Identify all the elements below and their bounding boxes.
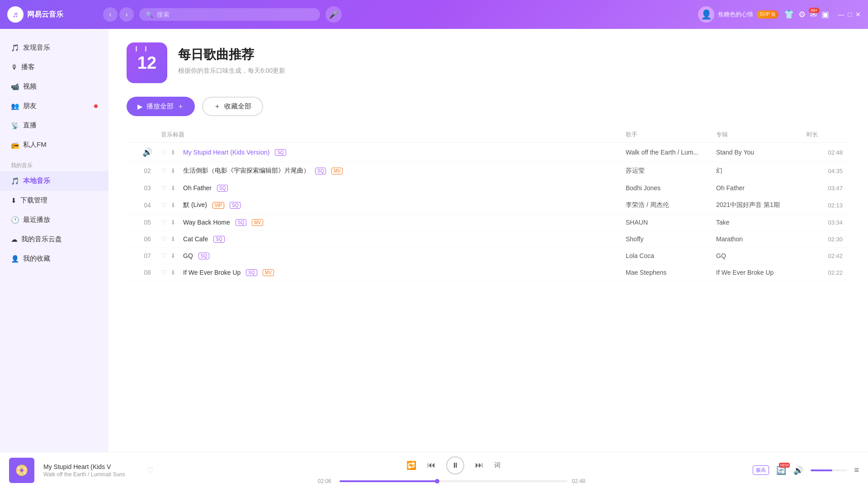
col-duration: 时长 (807, 131, 843, 139)
col-album: 专辑 (716, 131, 807, 139)
progress-dot (435, 479, 439, 483)
quality-button[interactable]: 极高 (753, 465, 769, 475)
download-icon[interactable]: ⬇ (170, 202, 176, 209)
live-icon: 📡 (11, 122, 19, 130)
table-row[interactable]: 04 ♡ ⬇ 默 (Live)VIPSQ李荣浩 / 周杰伦2021中国好声音 第… (127, 197, 850, 214)
row-title: ♡ ⬇ My Stupid Heart (Kids Version)SQ (161, 149, 626, 156)
download-icon[interactable]: ⬇ (170, 149, 176, 156)
table-row[interactable]: 06 ♡ ⬇ Cat CafeSQShoffyMarathon02:30 (127, 231, 850, 248)
minimize-button[interactable]: — (838, 11, 844, 18)
current-time: 02:06 (318, 478, 335, 484)
song-tag: MV (252, 219, 263, 226)
table-row[interactable]: 05 ♡ ⬇ Way Back HomeSQMVSHAUNTake03:34 (127, 214, 850, 231)
col-num (134, 131, 161, 139)
cal-line-right (145, 46, 146, 52)
sidebar-item-local[interactable]: 🎵 本地音乐 (0, 171, 108, 191)
progress-bar[interactable] (340, 480, 567, 482)
like-icon[interactable]: ♡ (161, 235, 167, 243)
sidebar-item-discover[interactable]: 🎵 发现音乐 (0, 38, 108, 57)
row-duration: 04:35 (807, 168, 843, 174)
mini-player-icon[interactable]: ▣ (821, 9, 829, 19)
notification-icon[interactable]: ✉ 99+ (810, 9, 817, 19)
recent-icon: 🕐 (11, 216, 19, 224)
row-duration: 02:42 (807, 253, 843, 259)
like-icon[interactable]: ♡ (161, 184, 167, 192)
download-icon[interactable]: ⬇ (170, 269, 176, 276)
logo-area: ♬ 网易云音乐 (7, 6, 98, 23)
search-input[interactable] (157, 11, 314, 18)
row-album: Take (716, 219, 807, 226)
repeat-button[interactable]: 🔁 (406, 460, 416, 470)
user-info[interactable]: 👤 焦糖色的心情 SVIP 险 (698, 6, 778, 23)
sidebar-item-download[interactable]: ⬇ 下载管理 (0, 191, 108, 210)
topbar-icons: 👕 ⚙ ✉ 99+ ▣ (784, 9, 829, 19)
share-icon[interactable]: 🔄 NEW (776, 465, 786, 475)
song-title-text: If We Ever Broke Up (183, 269, 241, 276)
download-icon[interactable]: ⬇ (170, 252, 176, 259)
forward-button[interactable]: › (119, 7, 134, 22)
sidebar-item-cloud[interactable]: ☁ 我的音乐云盘 (0, 230, 108, 249)
download-icon[interactable]: ⬇ (170, 235, 176, 243)
like-icon[interactable]: ♡ (161, 219, 167, 226)
volume-bar[interactable] (811, 469, 847, 471)
volume-icon[interactable]: 🔊 (793, 465, 803, 475)
cal-decorations (136, 46, 146, 52)
download-icon[interactable]: ⬇ (170, 219, 176, 226)
pause-button[interactable]: ⏸ (446, 456, 464, 474)
player-title: My Stupid Heart (Kids V (43, 463, 134, 470)
like-icon[interactable]: ♡ (161, 269, 167, 276)
song-tag: SQ (230, 202, 241, 209)
song-tag: VIP (212, 202, 224, 209)
daily-info: 每日歌曲推荐 根据你的音乐口味生成，每天6:00更新 (178, 42, 285, 75)
sidebar-item-podcast[interactable]: 🎙 播客 (0, 57, 108, 77)
notification-badge: 99+ (809, 8, 819, 13)
back-button[interactable]: ‹ (103, 7, 118, 22)
cloud-icon: ☁ (11, 235, 18, 244)
maximize-button[interactable]: □ (848, 11, 852, 18)
song-tag: SQ (213, 236, 224, 243)
player-thumbnail: 📀 (9, 458, 34, 483)
next-button[interactable]: ⏭ (475, 460, 483, 470)
like-icon[interactable]: ♡ (161, 252, 167, 259)
row-album: 幻 (716, 167, 807, 175)
song-tag: SQ (217, 185, 228, 192)
row-artist: Bodhi Jones (626, 184, 716, 192)
sidebar-item-live[interactable]: 📡 直播 (0, 116, 108, 135)
video-icon: 📹 (11, 83, 19, 91)
nav-arrows: ‹ › (103, 7, 134, 22)
sidebar-item-video[interactable]: 📹 视频 (0, 77, 108, 96)
row-number: 03 (134, 184, 161, 192)
like-icon[interactable]: ♡ (161, 149, 167, 156)
settings-icon[interactable]: ⚙ (798, 9, 806, 19)
prev-button[interactable]: ⏮ (427, 460, 435, 470)
table-row[interactable]: 08 ♡ ⬇ If We Ever Broke UpSQMVMae Stephe… (127, 264, 850, 281)
download-icon[interactable]: ⬇ (170, 167, 176, 174)
like-icon[interactable]: ♡ (161, 202, 167, 209)
sidebar-item-fm[interactable]: 📻 私人FM (0, 135, 108, 155)
local-music-icon: 🎵 (11, 177, 19, 185)
song-title-text: GQ (183, 252, 193, 259)
collect-all-button[interactable]: ＋ 收藏全部 (202, 97, 263, 116)
table-row[interactable]: 03 ♡ ⬇ Oh FatherSQBodhi JonesOh Father03… (127, 180, 850, 197)
like-button[interactable]: ♡ (146, 465, 154, 475)
play-all-button[interactable]: ▶ 播放全部 ＋ (127, 97, 195, 116)
download-icon[interactable]: ⬇ (170, 184, 176, 192)
row-artist: Mae Stephens (626, 269, 716, 276)
wardrobe-icon[interactable]: 👕 (784, 9, 794, 19)
like-icon[interactable]: ♡ (161, 167, 167, 174)
mic-button[interactable]: 🎤 (326, 6, 342, 23)
action-buttons: ▶ 播放全部 ＋ ＋ 收藏全部 (127, 97, 850, 116)
lyric-button[interactable]: 词 (494, 461, 500, 469)
sidebar-item-friends[interactable]: 👥 朋友 (0, 96, 108, 116)
row-title: ♡ ⬇ GQSQ (161, 252, 626, 259)
song-tag: SQ (246, 269, 257, 276)
playlist-icon[interactable]: ≡ (854, 465, 859, 475)
row-actions: ♡ ⬇ (161, 184, 176, 192)
sidebar-item-collect[interactable]: 👤 我的收藏 (0, 249, 108, 268)
table-row[interactable]: 🔊 ♡ ⬇ My Stupid Heart (Kids Version)SQWa… (127, 143, 850, 162)
close-button[interactable]: ✕ (855, 11, 861, 18)
table-row[interactable]: 02 ♡ ⬇ 生活倒影（电影《宇宙探索编辑部》片尾曲）SQMV苏运莹幻04:35 (127, 162, 850, 180)
sidebar-item-recent[interactable]: 🕐 最近播放 (0, 210, 108, 230)
row-number: 07 (134, 252, 161, 259)
table-row[interactable]: 07 ♡ ⬇ GQSQLola CocaGQ02:42 (127, 248, 850, 264)
